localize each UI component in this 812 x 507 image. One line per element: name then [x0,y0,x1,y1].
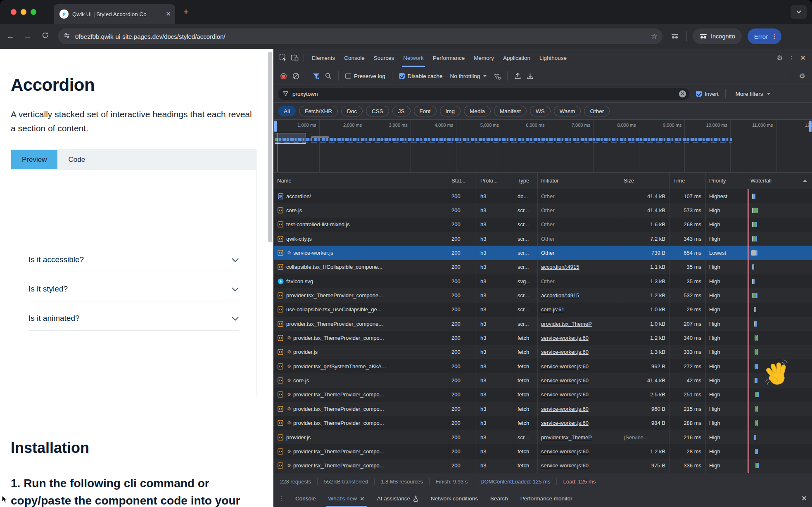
devtools-tab-memory[interactable]: Memory [469,49,499,67]
initiator-cell[interactable]: provider.tsx_ThemeP [538,430,620,444]
initiator-cell[interactable]: core.js:61 [538,303,620,317]
waterfall-cell[interactable] [747,260,812,274]
drawer-tab-what-s-new[interactable]: What's new✕ [322,490,371,507]
initiator-cell[interactable]: service-worker.js:60 [538,402,620,416]
device-toolbar-icon[interactable] [289,52,300,64]
profile-error-button[interactable]: Error ⋮ [748,28,781,44]
filter-chip-font[interactable]: Font [414,106,437,116]
drawer-tab-network-conditions[interactable]: Network conditions [425,490,484,507]
drawer-tab-performance-monitor[interactable]: Performance monitor [514,490,579,507]
column-header-size[interactable]: Size [620,173,670,189]
url-bar[interactable]: 0f6e2f0b.qwik-ui-site.pages.dev/docs/sty… [58,28,662,44]
initiator-link[interactable]: service-worker.js:60 [541,420,589,426]
kebab-menu-icon[interactable]: ⋮ [771,33,777,40]
url-text[interactable]: 0f6e2f0b.qwik-ui-site.pages.dev/docs/sty… [75,33,651,40]
initiator-cell[interactable]: Other [538,189,620,203]
devtools-kebab-menu-icon[interactable]: ⋮ [786,52,797,64]
initiator-link[interactable]: accordion/:4915 [541,264,579,270]
devtools-tab-application[interactable]: Application [499,49,535,67]
table-header-row[interactable]: NameStat...Proto...TypeInitiatorSizeTime… [274,173,812,189]
initiator-link[interactable]: service-worker.js:60 [541,406,589,412]
devtools-close-icon[interactable]: ✕ [797,52,809,64]
name-cell[interactable]: test-controlled-list-mixed.js [274,218,448,232]
initiator-cell[interactable]: Other [538,218,620,232]
devtools-tab-console[interactable]: Console [340,49,369,67]
initiator-link[interactable]: provider.tsx_ThemeP [541,434,592,441]
name-cell[interactable]: accordion/ [274,189,448,203]
initiator-cell[interactable]: Other [538,232,620,246]
reload-button[interactable] [38,32,52,41]
initiator-cell[interactable]: service-worker.js:60 [538,345,620,359]
table-row[interactable]: provider.tsx_ThemeProvider_compone...200… [274,288,812,302]
minimize-window-button[interactable] [21,9,26,15]
initiator-cell[interactable]: service-worker.js:60 [538,331,620,345]
table-row[interactable]: ⚙provider.tsx_ThemeProvider_compo...200h… [274,459,812,473]
zoom-window-button[interactable] [31,9,36,15]
name-cell[interactable]: ⚙provider.tsx_ThemeProvider_compo... [274,331,448,345]
network-filter-input[interactable]: proxytown ✕ [278,88,689,100]
waterfall-cell[interactable] [747,189,812,203]
drawer-tab-search[interactable]: Search [484,490,514,507]
drawer-close-icon[interactable]: ✕ [801,494,807,503]
initiator-link[interactable]: service-worker.js:60 [541,391,589,398]
column-header-initiator[interactable]: Initiator [538,173,620,189]
table-row[interactable]: ⚙provider.tsx_ThemeProvider_compo...200h… [274,402,812,416]
devtools-tab-network[interactable]: Network [399,49,428,67]
search-icon[interactable] [323,70,334,82]
initiator-cell[interactable]: service-worker.js:60 [538,373,620,387]
table-row[interactable]: ⚙provider.tsx_ThemeProvider_compo...200h… [274,444,812,458]
invert-checkbox[interactable] [696,91,702,97]
name-cell[interactable]: ⚙service-worker.js [274,246,448,260]
initiator-cell[interactable]: accordion/:4915 [538,260,620,274]
drawer-menu-icon[interactable]: ⋮ [279,495,285,502]
devtools-tab-performance[interactable]: Performance [428,49,469,67]
drawer-tab-ai-assistance[interactable]: AI assistance [371,490,425,507]
filter-chip-js[interactable]: JS [392,106,411,116]
name-cell[interactable]: core.js [274,203,448,217]
filter-chip-ws[interactable]: WS [530,106,551,116]
filter-chip-manifest[interactable]: Manifest [494,106,527,116]
initiator-link[interactable]: provider.tsx_ThemeP [541,321,592,327]
initiator-link[interactable]: core.js:61 [541,306,564,313]
back-button[interactable]: ← [3,32,17,41]
selection-handle-right[interactable] [809,121,812,132]
page-scrollbar[interactable] [268,49,273,507]
network-overview-timeline[interactable]: 1,000 ms2,000 ms3,000 ms4,000 ms5,000 ms… [274,120,812,173]
import-har-icon[interactable] [512,70,523,82]
tab-preview[interactable]: Preview [11,150,57,169]
column-header-type[interactable]: Type [514,173,538,189]
table-row[interactable]: use-collapsible.tsx_useCollapsible_ge...… [274,303,812,317]
filter-chip-css[interactable]: CSS [366,106,389,116]
waterfall-cell[interactable] [747,416,812,430]
tab-search-button[interactable] [791,5,807,19]
close-window-button[interactable] [11,9,17,15]
preserve-log-checkbox[interactable] [345,73,351,79]
waterfall-cell[interactable] [747,331,812,345]
forward-button[interactable]: → [21,32,35,41]
name-cell[interactable]: provider.tsx_ThemeProvider_compone... [274,288,448,302]
table-row[interactable]: ⚙provider.tsx_ThemeProvider_compo...200h… [274,331,812,345]
initiator-cell[interactable]: service-worker.js:60 [538,416,620,430]
initiator-link[interactable]: accordion/:4915 [541,292,579,299]
filter-icon[interactable] [310,70,322,82]
initiator-cell[interactable]: Other [538,203,620,217]
initiator-cell[interactable]: service-worker.js:60 [538,388,620,402]
waterfall-cell[interactable] [747,274,812,288]
waterfall-cell[interactable] [747,317,812,331]
initiator-cell[interactable]: Other [538,274,620,288]
filter-chip-all[interactable]: All [278,106,296,116]
clear-filter-icon[interactable]: ✕ [679,90,686,97]
waterfall-cell[interactable] [747,288,812,302]
drawer-tab-console[interactable]: Console [289,490,322,507]
devtools-settings-icon[interactable]: ⚙ [774,52,786,64]
name-cell[interactable]: ⚙provider.tsx_ThemeProvider_compo... [274,388,448,402]
devtools-tab-lighthouse[interactable]: Lighthouse [535,49,571,67]
browser-tab[interactable]: Qwik UI | Styled Accordion Co ✕ [54,4,175,24]
tab-code[interactable]: Code [57,150,96,169]
filter-chip-other[interactable]: Other [584,106,610,116]
initiator-link[interactable]: service-worker.js:60 [541,462,589,469]
new-tab-button[interactable]: + [183,7,189,17]
waterfall-cell[interactable] [747,388,812,402]
initiator-link[interactable]: service-worker.js:60 [541,349,589,355]
waterfall-cell[interactable] [747,459,812,473]
